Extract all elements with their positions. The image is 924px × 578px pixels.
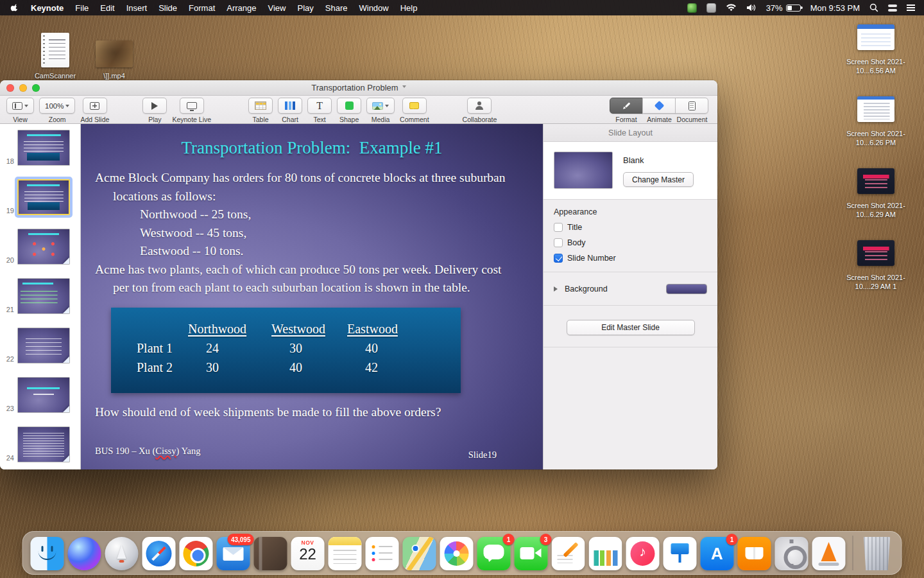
slide-canvas[interactable]: Transportation Problem: Example #1 Acme … [81, 124, 543, 469]
edit-master-slide-button[interactable]: Edit Master Slide [567, 320, 695, 335]
dock-item-finder[interactable] [31, 537, 64, 570]
dock-item-safari[interactable] [142, 537, 176, 570]
volume-icon[interactable] [746, 4, 757, 12]
slide-thumbnail-24[interactable] [17, 426, 70, 462]
status-app-icon-2[interactable] [706, 3, 716, 13]
dock-item-calendar[interactable]: NOV22 [291, 537, 325, 570]
battery-indicator[interactable]: 37% [766, 3, 801, 13]
slide-thumbnail-image [17, 426, 70, 462]
background-row[interactable]: Background [543, 272, 717, 306]
menu-edit[interactable]: Edit [100, 3, 114, 13]
dock-item-keynote[interactable] [663, 537, 697, 570]
dock-item-photos[interactable] [440, 537, 474, 570]
add-slide-button[interactable] [83, 98, 107, 114]
view-button[interactable] [6, 98, 34, 114]
slide-table[interactable]: NorthwoodWestwoodEastwoodPlant 1243040Pl… [111, 308, 461, 393]
play-button[interactable] [142, 98, 167, 114]
menu-format[interactable]: Format [189, 3, 215, 13]
collaborate-button[interactable] [467, 98, 492, 114]
slide-question-text[interactable]: How should end of week shipments be made… [95, 405, 441, 419]
background-color-swatch[interactable] [666, 284, 707, 294]
control-center-icon[interactable] [888, 4, 897, 12]
disclosure-triangle-icon[interactable] [554, 286, 560, 292]
table-button[interactable] [248, 98, 273, 114]
table-value-cell: 30 [183, 360, 266, 380]
document-button[interactable] [675, 98, 708, 114]
menu-view[interactable]: View [268, 3, 286, 13]
text-button[interactable] [307, 98, 332, 114]
menu-help[interactable]: Help [400, 3, 418, 13]
dock-item-notes[interactable] [329, 537, 362, 570]
dock-item-maps[interactable] [403, 537, 436, 570]
dock-item-system-preferences[interactable] [775, 537, 809, 570]
dock-item-chrome[interactable] [180, 537, 213, 570]
zoom-button[interactable]: 100% [39, 98, 75, 114]
title-chevron-icon[interactable] [402, 85, 406, 90]
menu-window[interactable]: Window [359, 3, 388, 13]
checkbox-checked[interactable] [554, 254, 563, 263]
dock-item-messages[interactable]: 1 [477, 537, 511, 570]
checkbox[interactable] [554, 238, 563, 247]
dock-item-mail[interactable]: 43,095 [217, 537, 250, 570]
appearance-options: TitleBodySlide Number [554, 223, 707, 263]
window-titlebar[interactable]: Transportation Problem [0, 80, 717, 96]
slide-title[interactable]: Transportation Problem: Example #1 [81, 138, 543, 158]
slide-number-text[interactable]: Slide19 [468, 450, 497, 460]
menu-file[interactable]: File [75, 3, 89, 13]
appearance-option-title[interactable]: Title [554, 223, 707, 232]
dock-item-reminders[interactable] [366, 537, 399, 570]
slide-thumbnail-21[interactable] [17, 278, 70, 314]
dock-item-pages[interactable] [552, 537, 585, 570]
dock-item-journal[interactable] [254, 537, 287, 570]
slide-thumbnail-23[interactable] [17, 377, 70, 413]
comment-button[interactable] [402, 98, 427, 114]
change-master-button[interactable]: Change Master [623, 172, 694, 187]
slide-navigator[interactable]: 18192021222324 [0, 124, 81, 469]
slide-footer-text[interactable]: BUS 190 – Xu (Cissy) Yang [95, 446, 200, 457]
layout-thumbnail[interactable] [554, 152, 613, 189]
dock-item-app-store[interactable]: A1 [701, 537, 734, 570]
slide-thumbnail-19[interactable] [17, 179, 70, 215]
menu-app-name[interactable]: Keynote [31, 3, 64, 13]
wifi-icon[interactable] [726, 4, 737, 12]
slide-thumbnail-18[interactable] [17, 130, 70, 166]
keynote-live-button[interactable] [180, 98, 204, 114]
spotlight-icon[interactable] [869, 3, 878, 12]
slide-thumbnail-20[interactable] [17, 229, 70, 265]
status-app-icon-1[interactable] [687, 3, 697, 13]
slide-thumbnail-22[interactable] [17, 328, 70, 363]
animate-button[interactable] [642, 98, 676, 114]
shape-button[interactable] [337, 98, 361, 114]
desktop-file-camscanner[interactable]: CamScanner [26, 21, 85, 80]
notification-center-icon[interactable] [907, 4, 915, 11]
menu-slide[interactable]: Slide [158, 3, 177, 13]
checkbox[interactable] [554, 223, 563, 232]
screenshot-file[interactable]: Screen Shot 2021-10....29 AM 1 [835, 240, 916, 312]
dock-item-numbers[interactable] [589, 537, 622, 570]
screenshot-file[interactable]: Screen Shot 2021-10...6.29 AM [835, 168, 916, 240]
apple-menu-icon[interactable] [10, 3, 19, 13]
menu-insert[interactable]: Insert [126, 3, 148, 13]
screenshot-file[interactable]: Screen Shot 2021-10...6.56 AM [835, 24, 916, 96]
menu-clock[interactable]: Mon 9:53 PM [810, 3, 860, 13]
menu-share[interactable]: Share [325, 3, 348, 13]
menu-arrange[interactable]: Arrange [227, 3, 256, 13]
menu-play[interactable]: Play [297, 3, 313, 13]
dock-item-siri[interactable] [68, 537, 101, 570]
chart-button[interactable] [278, 98, 302, 114]
screenshot-file[interactable]: Screen Shot 2021-10...6.26 PM [835, 96, 916, 168]
dock-item-launchpad[interactable] [105, 537, 139, 570]
appearance-option-body[interactable]: Body [554, 238, 707, 247]
dock-item-vlc[interactable] [812, 537, 846, 570]
slide-body-textbox[interactable]: Acme Block Company has orders for 80 ton… [95, 169, 520, 297]
media-button[interactable] [366, 98, 395, 114]
dock-item-trash[interactable] [860, 537, 894, 570]
dock-item-music[interactable] [626, 537, 660, 570]
dock-item-books[interactable] [738, 537, 771, 570]
dock-item-facetime[interactable]: 3 [515, 537, 548, 570]
notification-badge: 3 [540, 534, 552, 545]
desktop-file-video[interactable]: \]].mp4 [85, 21, 144, 80]
appearance-option-slide-number[interactable]: Slide Number [554, 254, 707, 263]
safari-icon [142, 537, 176, 570]
format-button[interactable] [610, 98, 643, 114]
